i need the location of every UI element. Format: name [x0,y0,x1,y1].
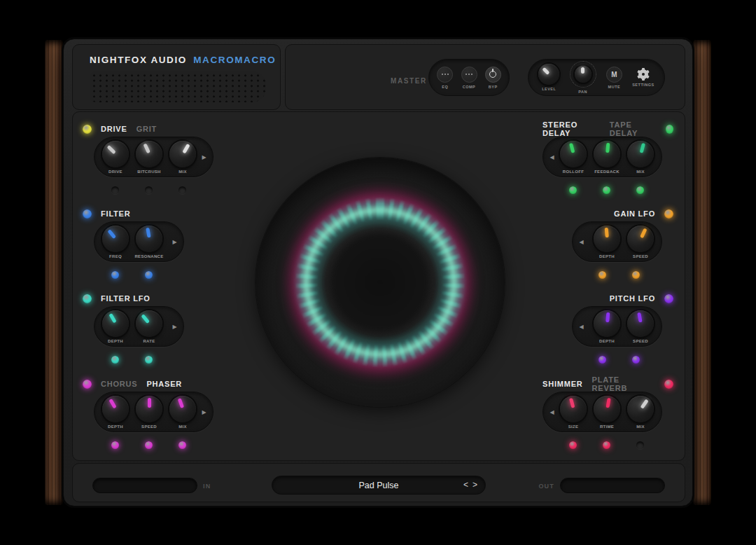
speaker-grille [90,71,266,102]
tab-tape-delay[interactable]: TAPE DELAY [610,120,657,137]
module-chorus: CHORUS PHASER DEPTH SPEED MIX [83,378,214,449]
level-knob[interactable] [538,64,559,85]
expand-right-icon[interactable] [200,154,209,160]
tab-shimmer[interactable]: SHIMMER [542,380,583,388]
comp-button[interactable]: COMP [461,67,477,89]
reverb-mix-knob[interactable] [627,396,654,422]
master-toggle-group: EQ COMP BYP [428,59,510,96]
knob-group: RTIME [590,396,624,429]
tab-filter[interactable]: FILTER [101,209,130,218]
filter-lfo-power-led[interactable] [83,294,92,303]
tab-pitch-lfo[interactable]: PITCH LFO [610,294,655,303]
bypass-button[interactable]: BYP [485,67,501,89]
module-pitch-lfo: PITCH LFO DEPTH SPEED [542,293,673,364]
shimmer-power-led[interactable] [664,380,673,389]
expand-right-icon[interactable] [170,324,179,330]
rolloff-knob[interactable] [560,141,587,167]
status-led[interactable] [598,271,606,279]
settings-control: SETTINGS [632,68,654,87]
tab-stereo-delay[interactable]: STEREO DELAY [542,120,601,137]
pitch-lfo-power-led[interactable] [664,294,673,303]
status-led[interactable] [145,441,153,449]
expand-left-icon[interactable] [547,409,556,415]
status-led[interactable] [178,441,186,449]
gain-lfo-speed-knob[interactable] [627,226,654,252]
pitch-lfo-depth-knob[interactable] [594,310,620,337]
knob-group: FREQ [99,226,132,258]
status-led[interactable] [178,186,186,194]
status-led[interactable] [111,356,119,364]
drive-power-led[interactable] [83,125,92,134]
feedback-knob[interactable] [594,141,620,167]
filter-lfo-rate-knob[interactable] [136,310,162,337]
status-led[interactable] [636,186,644,194]
visualizer [255,158,505,407]
module-filter-header: FILTER [83,208,214,219]
reverb-size-knob[interactable] [560,396,587,422]
tab-gain-lfo[interactable]: GAIN LFO [614,209,655,218]
knob-pointer [568,142,574,153]
knob-group: DEPTH [99,396,132,429]
chorus-speed-knob[interactable] [136,396,162,422]
expand-right-icon[interactable] [170,239,179,245]
eq-button[interactable]: EQ [437,67,453,89]
delay-mix-knob[interactable] [627,141,654,167]
drive-mix-knob[interactable] [169,141,196,167]
expand-left-icon[interactable] [547,154,556,160]
status-led[interactable] [145,356,153,364]
knob-pointer [108,398,116,408]
tab-filter-lfo[interactable]: FILTER LFO [101,294,150,303]
status-led[interactable] [632,356,640,364]
tab-drive[interactable]: DRIVE [101,125,127,133]
preset-selector[interactable]: Pad Pulse < > [272,476,486,495]
mute-button[interactable]: M [606,67,622,83]
status-led[interactable] [569,186,577,194]
preset-prev-icon[interactable]: < [463,480,468,490]
status-led[interactable] [603,441,610,449]
filter-lfo-depth-knob[interactable] [102,310,129,337]
knob-group: MIX [624,396,657,429]
gain-lfo-depth-knob[interactable] [594,226,620,252]
status-led[interactable] [145,271,153,279]
expand-right-icon[interactable] [200,409,209,415]
pan-knob[interactable] [575,66,592,83]
rtime-knob[interactable] [594,396,620,422]
brand-product: MACROMACRO [193,55,276,65]
shimmer-led-row [542,441,662,449]
status-led[interactable] [111,441,119,449]
bitcrush-knob[interactable] [136,141,162,167]
freq-knob[interactable] [102,226,129,252]
knob-pointer [606,142,610,152]
expand-left-icon[interactable] [577,324,586,330]
status-led[interactable] [145,186,153,194]
stereo-delay-power-led[interactable] [666,125,673,134]
filter-power-led[interactable] [83,209,92,219]
status-led[interactable] [603,186,610,194]
tab-chorus[interactable]: CHORUS [101,380,137,388]
knob-group: RATE [132,310,166,343]
pitch-lfo-speed-knob[interactable] [627,310,654,337]
module-filter-lfo: FILTER LFO DEPTH RATE [83,293,214,364]
knob-pointer [606,397,610,408]
module-drive: DRIVE GRIT DRIVE BITCRUSH MIX [83,123,214,194]
drive-knob[interactable] [102,141,129,167]
chorus-power-led[interactable] [83,380,92,389]
status-led[interactable] [636,441,644,449]
status-led[interactable] [632,271,640,279]
gear-icon[interactable] [637,68,650,81]
status-led[interactable] [598,356,606,364]
gain-lfo-power-led[interactable] [664,209,673,219]
status-led[interactable] [111,271,119,279]
knob-label: FEEDBACK [594,170,620,174]
chorus-mix-knob[interactable] [169,396,196,422]
preset-next-icon[interactable]: > [472,480,477,490]
tab-plate-reverb[interactable]: PLATE REVERB [592,375,656,392]
tab-phaser[interactable]: PHASER [146,380,182,388]
expand-left-icon[interactable] [577,239,586,245]
knob-label: RTIME [600,425,614,429]
tab-grit[interactable]: GRIT [136,125,157,133]
resonance-knob[interactable] [136,226,162,252]
status-led[interactable] [111,186,119,194]
chorus-depth-knob[interactable] [102,396,129,422]
status-led[interactable] [569,441,577,449]
